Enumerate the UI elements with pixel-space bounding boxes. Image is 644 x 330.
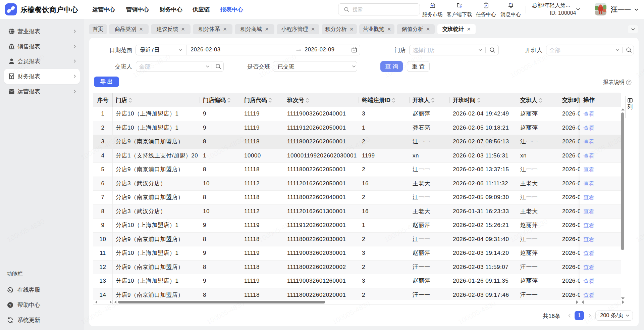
svg-text:?: ?: [9, 303, 11, 307]
